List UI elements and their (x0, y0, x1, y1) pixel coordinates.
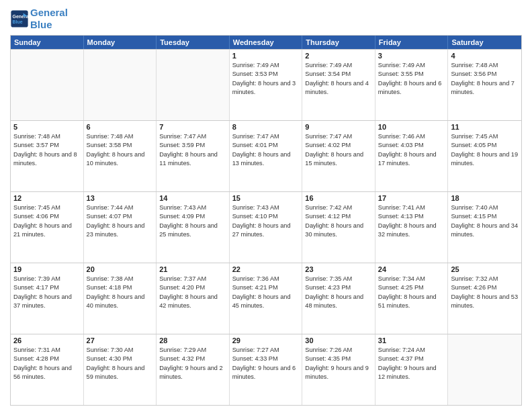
day-number: 15 (232, 194, 300, 202)
day-number: 30 (305, 336, 372, 345)
calendar-cell: 25Sunrise: 7:32 AMSunset: 4:26 PMDayligh… (448, 263, 521, 334)
sun-info: Sunrise: 7:40 AMSunset: 4:15 PMDaylight:… (451, 204, 518, 238)
calendar: SundayMondayTuesdayWednesdayThursdayFrid… (10, 35, 522, 406)
calendar-week: 5Sunrise: 7:48 AMSunset: 3:57 PMDaylight… (11, 120, 521, 191)
day-number: 8 (232, 123, 300, 131)
sun-info: Sunrise: 7:26 AMSunset: 4:35 PMDaylight:… (305, 347, 369, 380)
sun-info: Sunrise: 7:44 AMSunset: 4:07 PMDaylight:… (87, 204, 145, 238)
weekday-header: Thursday (302, 36, 375, 49)
weekday-header: Sunday (11, 36, 84, 49)
sun-info: Sunrise: 7:48 AMSunset: 3:56 PMDaylight:… (451, 62, 515, 95)
day-number: 1 (232, 52, 300, 60)
sun-info: Sunrise: 7:34 AMSunset: 4:25 PMDaylight:… (378, 275, 437, 309)
sun-info: Sunrise: 7:29 AMSunset: 4:32 PMDaylight:… (159, 347, 223, 380)
calendar-body: 1Sunrise: 7:49 AMSunset: 3:53 PMDaylight… (11, 49, 521, 405)
calendar-cell: 9Sunrise: 7:47 AMSunset: 4:02 PMDaylight… (302, 121, 375, 191)
day-number: 10 (378, 123, 445, 131)
sun-info: Sunrise: 7:49 AMSunset: 3:55 PMDaylight:… (378, 62, 442, 95)
weekday-header: Friday (375, 36, 449, 49)
weekday-header: Wednesday (230, 36, 303, 49)
svg-rect-0 (11, 10, 28, 27)
calendar-header: SundayMondayTuesdayWednesdayThursdayFrid… (11, 36, 521, 49)
day-number: 29 (232, 336, 300, 345)
sun-info: Sunrise: 7:37 AMSunset: 4:20 PMDaylight:… (159, 275, 218, 309)
day-number: 2 (305, 52, 372, 60)
weekday-header: Monday (84, 36, 157, 49)
day-number: 24 (378, 265, 445, 273)
calendar-cell: 4Sunrise: 7:48 AMSunset: 3:56 PMDaylight… (448, 50, 521, 120)
day-number: 6 (87, 123, 154, 131)
calendar-cell: 13Sunrise: 7:44 AMSunset: 4:07 PMDayligh… (84, 192, 157, 263)
svg-text:Blue: Blue (13, 19, 23, 24)
sun-info: Sunrise: 7:43 AMSunset: 4:09 PMDaylight:… (159, 204, 218, 238)
calendar-cell: 14Sunrise: 7:43 AMSunset: 4:09 PMDayligh… (157, 192, 230, 263)
day-number: 28 (159, 336, 226, 345)
sun-info: Sunrise: 7:42 AMSunset: 4:12 PMDaylight:… (305, 204, 363, 238)
calendar-cell (448, 334, 521, 405)
sun-info: Sunrise: 7:41 AMSunset: 4:13 PMDaylight:… (378, 204, 437, 238)
calendar-cell: 30Sunrise: 7:26 AMSunset: 4:35 PMDayligh… (302, 334, 375, 405)
sun-info: Sunrise: 7:27 AMSunset: 4:33 PMDaylight:… (232, 347, 296, 380)
calendar-cell: 23Sunrise: 7:35 AMSunset: 4:23 PMDayligh… (302, 263, 375, 334)
day-number: 11 (451, 123, 519, 131)
day-number: 12 (13, 194, 81, 202)
day-number: 22 (232, 265, 300, 273)
calendar-cell: 3Sunrise: 7:49 AMSunset: 3:55 PMDaylight… (375, 50, 449, 120)
day-number: 4 (451, 52, 519, 60)
logo-name: General Blue (30, 7, 68, 31)
day-number: 23 (305, 265, 372, 273)
calendar-cell (157, 50, 230, 120)
calendar-cell: 31Sunrise: 7:24 AMSunset: 4:37 PMDayligh… (375, 334, 449, 405)
calendar-cell (84, 50, 157, 120)
day-number: 20 (87, 265, 154, 273)
sun-info: Sunrise: 7:47 AMSunset: 4:01 PMDaylight:… (232, 133, 291, 167)
sun-info: Sunrise: 7:24 AMSunset: 4:37 PMDaylight:… (378, 347, 437, 380)
day-number: 26 (13, 336, 81, 345)
calendar-cell: 8Sunrise: 7:47 AMSunset: 4:01 PMDaylight… (230, 121, 303, 191)
logo: General Blue General Blue (10, 7, 68, 31)
calendar-cell: 5Sunrise: 7:48 AMSunset: 3:57 PMDaylight… (11, 121, 84, 191)
day-number: 17 (378, 194, 445, 202)
weekday-header: Saturday (448, 36, 521, 49)
weekday-header: Tuesday (157, 36, 230, 49)
calendar-cell: 17Sunrise: 7:41 AMSunset: 4:13 PMDayligh… (375, 192, 449, 263)
sun-info: Sunrise: 7:39 AMSunset: 4:17 PMDaylight:… (13, 275, 72, 309)
sun-info: Sunrise: 7:32 AMSunset: 4:26 PMDaylight:… (451, 275, 518, 309)
day-number: 21 (159, 265, 226, 273)
logo-icon: General Blue (10, 9, 29, 28)
calendar-cell: 24Sunrise: 7:34 AMSunset: 4:25 PMDayligh… (375, 263, 449, 334)
day-number: 13 (87, 194, 154, 202)
sun-info: Sunrise: 7:31 AMSunset: 4:28 PMDaylight:… (13, 347, 72, 380)
calendar-week: 12Sunrise: 7:45 AMSunset: 4:06 PMDayligh… (11, 191, 521, 263)
calendar-week: 19Sunrise: 7:39 AMSunset: 4:17 PMDayligh… (11, 263, 521, 334)
day-number: 27 (87, 336, 154, 345)
day-number: 19 (13, 265, 81, 273)
calendar-cell: 1Sunrise: 7:49 AMSunset: 3:53 PMDaylight… (230, 50, 303, 120)
sun-info: Sunrise: 7:48 AMSunset: 3:57 PMDaylight:… (13, 133, 77, 167)
sun-info: Sunrise: 7:38 AMSunset: 4:18 PMDaylight:… (87, 275, 145, 309)
calendar-cell: 10Sunrise: 7:46 AMSunset: 4:03 PMDayligh… (375, 121, 449, 191)
day-number: 9 (305, 123, 372, 131)
day-number: 5 (13, 123, 81, 131)
calendar-cell: 16Sunrise: 7:42 AMSunset: 4:12 PMDayligh… (302, 192, 375, 263)
calendar-week: 26Sunrise: 7:31 AMSunset: 4:28 PMDayligh… (11, 334, 521, 405)
sun-info: Sunrise: 7:49 AMSunset: 3:53 PMDaylight:… (232, 62, 296, 95)
day-number: 3 (378, 52, 445, 60)
day-number: 7 (159, 123, 226, 131)
calendar-cell: 18Sunrise: 7:40 AMSunset: 4:15 PMDayligh… (448, 192, 521, 263)
page-header: General Blue General Blue (10, 7, 522, 31)
calendar-cell: 20Sunrise: 7:38 AMSunset: 4:18 PMDayligh… (84, 263, 157, 334)
sun-info: Sunrise: 7:45 AMSunset: 4:05 PMDaylight:… (451, 133, 518, 167)
day-number: 14 (159, 194, 226, 202)
sun-info: Sunrise: 7:49 AMSunset: 3:54 PMDaylight:… (305, 62, 369, 95)
sun-info: Sunrise: 7:47 AMSunset: 3:59 PMDaylight:… (159, 133, 218, 167)
calendar-cell (11, 50, 84, 120)
day-number: 18 (451, 194, 519, 202)
sun-info: Sunrise: 7:30 AMSunset: 4:30 PMDaylight:… (87, 347, 145, 380)
calendar-cell: 6Sunrise: 7:48 AMSunset: 3:58 PMDaylight… (84, 121, 157, 191)
calendar-cell: 19Sunrise: 7:39 AMSunset: 4:17 PMDayligh… (11, 263, 84, 334)
sun-info: Sunrise: 7:47 AMSunset: 4:02 PMDaylight:… (305, 133, 363, 167)
calendar-cell: 21Sunrise: 7:37 AMSunset: 4:20 PMDayligh… (157, 263, 230, 334)
calendar-cell: 29Sunrise: 7:27 AMSunset: 4:33 PMDayligh… (230, 334, 303, 405)
day-number: 16 (305, 194, 372, 202)
